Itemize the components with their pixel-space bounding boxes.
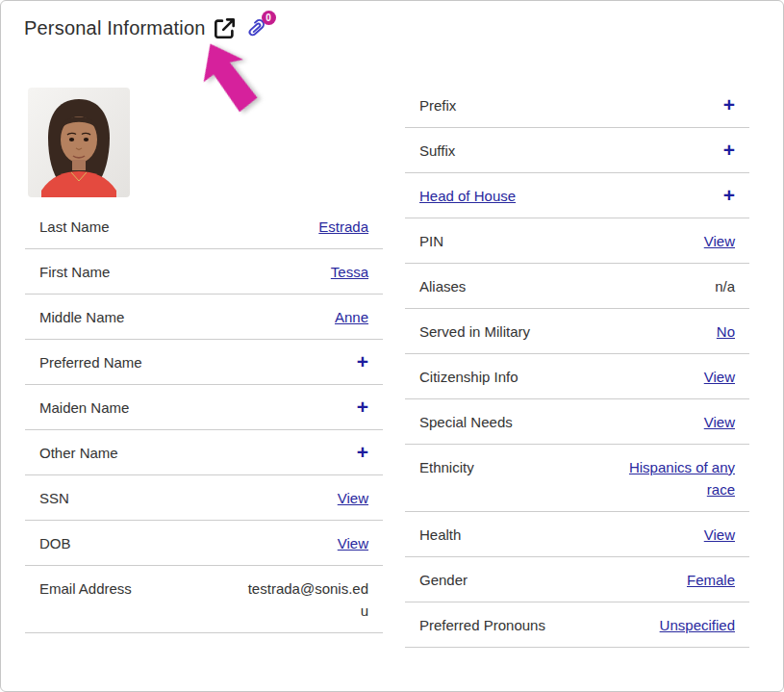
field-value-text: testrada@sonis.edu [243,577,368,622]
field-row-other-name: Other Name+ [25,430,383,475]
field-label: Prefix [419,94,456,116]
field-label: Other Name [39,442,118,464]
field-row-served-in-military: Served in MilitaryNo [405,309,749,354]
add-value-button[interactable]: + [357,442,368,462]
field-label: Preferred Pronouns [419,614,545,636]
field-row-pin: PINView [405,218,749,264]
field-row-aliases: Aliasesn/a [405,264,749,309]
field-value-text: n/a [715,275,735,297]
field-row-suffix: Suffix+ [405,128,749,173]
field-value-link[interactable]: View [338,532,368,554]
add-value-button[interactable]: + [357,351,368,372]
field-value-link[interactable]: Estrada [318,216,368,238]
field-label: Gender [419,569,468,591]
attachment-count-badge: 0 [262,11,276,25]
field-label: Suffix [419,140,455,162]
field-label: Citizenship Info [419,366,518,388]
field-value-link[interactable]: Female [687,569,735,591]
field-label-link[interactable]: Head of House [419,185,516,207]
external-link-icon[interactable] [215,18,235,38]
field-label: Served in Military [419,320,530,343]
field-label: Last Name [39,216,110,238]
field-row-head-of-house: Head of House+ [405,173,749,218]
field-row-preferred-pronouns: Preferred PronounsUnspecified [405,602,749,648]
field-row-ssn: SSNView [25,475,383,521]
field-value-link[interactable]: Anne [335,306,368,328]
field-row-preferred-name: Preferred Name+ [25,340,383,385]
field-label: SSN [39,487,69,509]
field-value-link[interactable]: View [704,524,735,546]
field-label: First Name [39,261,110,283]
field-label: Maiden Name [39,397,129,419]
field-row-email-address: Email Addresstestrada@sonis.edu [25,566,383,633]
left-column: Last NameEstradaFirst NameTessaMiddle Na… [25,83,383,633]
field-label: PIN [419,230,443,252]
field-row-citizenship-info: Citizenship InfoView [405,354,749,399]
field-row-maiden-name: Maiden Name+ [25,385,383,430]
field-row-special-needs: Special NeedsView [405,399,749,445]
field-row-first-name: First NameTessa [25,249,383,295]
field-row-gender: GenderFemale [405,557,749,602]
add-value-button[interactable]: + [723,94,735,115]
field-label: Special Needs [419,411,513,433]
field-value-link[interactable]: Unspecified [660,614,735,636]
field-row-dob: DOBView [25,521,383,566]
profile-photo [28,88,130,197]
add-value-button[interactable]: + [357,397,368,417]
field-row-prefix: Prefix+ [405,83,749,128]
field-label: Email Address [39,577,132,600]
field-label: Health [419,524,461,546]
right-field-list: Prefix+Suffix+Head of House+PINViewAlias… [405,83,749,648]
page-title: Personal Information [24,17,206,39]
field-label: Middle Name [39,306,124,328]
field-value-link[interactable]: Hispanics of any race [605,456,735,500]
field-value-link[interactable]: View [704,366,735,388]
field-value-link[interactable]: View [704,230,735,252]
header: Personal Information 0 [24,15,269,41]
paperclip-icon [243,28,269,44]
field-value-link[interactable]: No [717,320,735,343]
field-label: Ethnicity [419,456,474,478]
field-value-link[interactable]: Tessa [331,261,368,283]
add-value-button[interactable]: + [723,140,735,160]
field-row-health: HealthView [405,512,749,557]
field-label: DOB [39,532,71,554]
add-value-button[interactable]: + [723,185,735,205]
attachments-button[interactable]: 0 [243,15,269,41]
field-label: Aliases [419,275,466,297]
field-row-middle-name: Middle NameAnne [25,295,383,340]
field-label: Preferred Name [39,351,142,373]
field-value-link[interactable]: View [338,487,368,509]
right-column: Prefix+Suffix+Head of House+PINViewAlias… [405,83,749,648]
field-value-link[interactable]: View [704,411,735,433]
personal-information-card: Personal Information 0 [0,0,784,692]
left-field-list: Last NameEstradaFirst NameTessaMiddle Na… [25,204,383,633]
field-row-ethnicity: EthnicityHispanics of any race [405,445,749,512]
field-row-last-name: Last NameEstrada [25,204,383,249]
